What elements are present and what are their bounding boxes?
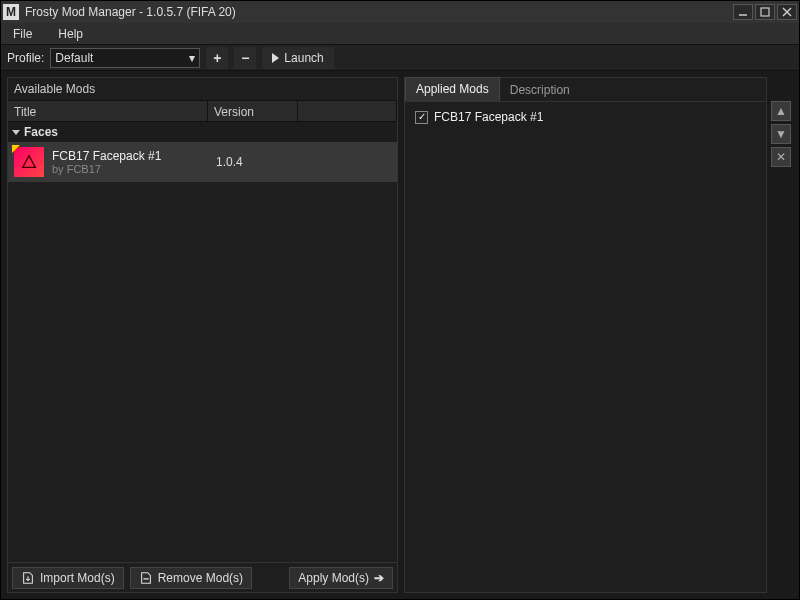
category-label: Faces [24,125,58,139]
menubar: File Help [1,23,799,45]
remove-applied-button[interactable]: ✕ [771,147,791,167]
column-version[interactable]: Version [208,101,298,121]
tab-applied-mods[interactable]: Applied Mods [405,77,500,101]
launch-button[interactable]: Launch [262,47,333,69]
remove-mods-button[interactable]: Remove Mod(s) [130,567,252,589]
applied-item-label: FCB17 Facepack #1 [434,110,543,124]
left-bottom-bar: Import Mod(s) Remove Mod(s) Apply Mod(s)… [8,562,397,592]
mod-text: FCB17 Facepack #1 by FCB17 [52,149,208,175]
import-mods-button[interactable]: Import Mod(s) [12,567,124,589]
applied-mods-panel: Applied Mods Description ✓ FCB17 Facepac… [404,77,767,593]
mod-row[interactable]: FCB17 Facepack #1 by FCB17 1.0.4 [8,142,397,182]
titlebar: M Frosty Mod Manager - 1.0.5.7 (FIFA 20) [1,1,799,23]
window-title: Frosty Mod Manager - 1.0.5.7 (FIFA 20) [25,5,731,19]
apply-label: Apply Mod(s) [298,571,369,585]
chevron-down-icon: ▾ [189,51,195,65]
remove-icon [139,571,153,585]
profile-label: Profile: [7,51,44,65]
side-buttons: ▲ ▼ ✕ [771,77,793,593]
import-label: Import Mod(s) [40,571,115,585]
tabbar: Applied Mods Description [405,78,766,102]
column-spacer [298,101,397,121]
profile-select[interactable]: Default ▾ [50,48,200,68]
import-icon [21,571,35,585]
plus-icon: + [213,50,221,66]
profile-select-value: Default [55,51,93,65]
mod-list-empty [8,182,397,562]
column-title[interactable]: Title [8,101,208,121]
right-wrap: Applied Mods Description ✓ FCB17 Facepac… [404,77,793,593]
available-mods-panel: Available Mods Title Version Faces FCB17… [7,77,398,593]
mod-name: FCB17 Facepack #1 [52,149,208,163]
minus-icon: − [241,50,249,66]
maximize-button[interactable] [755,4,775,20]
tab-description[interactable]: Description [500,79,580,101]
content-area: Available Mods Title Version Faces FCB17… [1,71,799,599]
move-down-button[interactable]: ▼ [771,124,791,144]
remove-label: Remove Mod(s) [158,571,243,585]
mod-thumbnail-icon [14,147,44,177]
app-window: M Frosty Mod Manager - 1.0.5.7 (FIFA 20)… [0,0,800,600]
minimize-button[interactable] [733,4,753,20]
menu-file[interactable]: File [9,25,36,43]
arrow-up-icon: ▲ [775,104,787,118]
svg-marker-4 [23,156,36,168]
close-button[interactable] [777,4,797,20]
apply-mods-button[interactable]: Apply Mod(s) ➔ [289,567,393,589]
close-icon: ✕ [776,150,786,164]
collapse-icon [12,130,20,135]
move-up-button[interactable]: ▲ [771,101,791,121]
arrow-down-icon: ▼ [775,127,787,141]
applied-checkbox[interactable]: ✓ [415,111,428,124]
applied-item[interactable]: ✓ FCB17 Facepack #1 [415,110,756,124]
arrow-right-icon: ➔ [374,571,384,585]
available-mods-title: Available Mods [8,78,397,100]
mod-author: by FCB17 [52,163,208,175]
menu-help[interactable]: Help [54,25,87,43]
app-logo-icon: M [3,4,19,20]
remove-profile-button[interactable]: − [234,47,256,69]
add-profile-button[interactable]: + [206,47,228,69]
category-row[interactable]: Faces [8,122,397,142]
svg-rect-1 [761,8,769,16]
toolbar: Profile: Default ▾ + − Launch [1,45,799,71]
mod-version: 1.0.4 [216,155,306,169]
launch-label: Launch [284,51,323,65]
column-headers: Title Version [8,100,397,122]
applied-list: ✓ FCB17 Facepack #1 [405,102,766,592]
play-icon [272,53,279,63]
